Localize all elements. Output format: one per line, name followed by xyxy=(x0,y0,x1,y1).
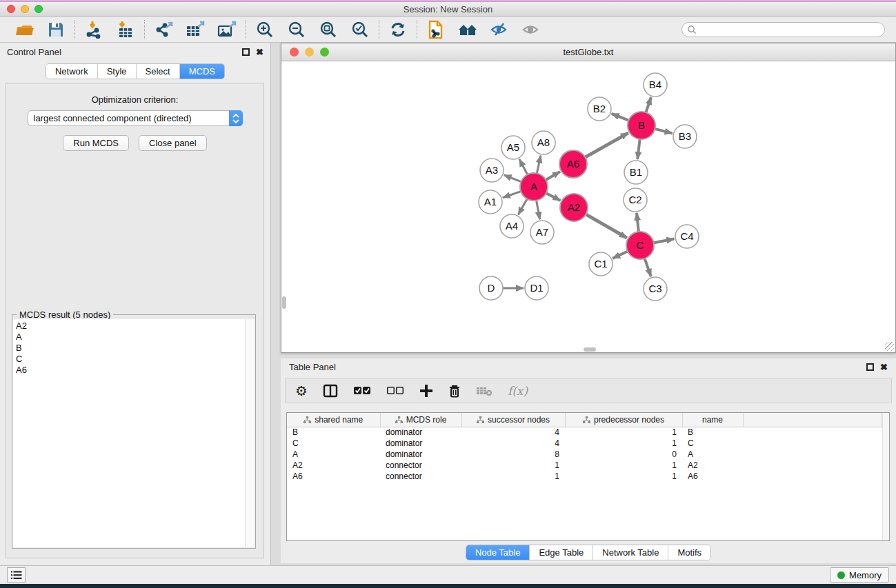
zoom-selected-icon[interactable] xyxy=(350,20,370,39)
table-cell[interactable]: 0 xyxy=(565,449,682,460)
table-cell[interactable]: B xyxy=(287,427,380,438)
edge-A-A5[interactable] xyxy=(519,159,528,174)
table-cell[interactable]: 4 xyxy=(461,438,565,449)
table-row[interactable]: A6connector11A6 xyxy=(287,471,882,482)
node-A[interactable]: A xyxy=(520,173,548,201)
network-horizontal-scrollbar[interactable] xyxy=(584,347,596,352)
edge-A-A3[interactable] xyxy=(504,175,521,182)
edge-A-A6[interactable] xyxy=(546,172,560,180)
node-C4[interactable]: C4 xyxy=(675,225,699,248)
node-C2[interactable]: C2 xyxy=(624,188,647,212)
table-cell[interactable]: A xyxy=(682,449,743,460)
table-row[interactable]: Cdominator41C xyxy=(287,438,882,449)
float-panel-icon[interactable] xyxy=(242,48,250,56)
column-header-mcds-role[interactable]: MCDS role xyxy=(380,413,461,427)
network-vertical-scrollbar[interactable] xyxy=(282,296,286,309)
node-B2[interactable]: B2 xyxy=(588,97,611,121)
column-header-successor-nodes[interactable]: successor nodes xyxy=(461,413,565,427)
deselect-all-columns-icon[interactable] xyxy=(386,386,404,396)
table-cell[interactable]: C xyxy=(287,438,380,449)
edge-A6-B[interactable] xyxy=(585,133,628,157)
export-network-icon[interactable] xyxy=(153,20,174,39)
zoom-fit-icon[interactable] xyxy=(318,20,339,39)
table-cell[interactable]: A6 xyxy=(287,471,380,482)
node-A4[interactable]: A4 xyxy=(500,214,524,238)
tab-network[interactable]: Network xyxy=(46,64,98,79)
table-cell[interactable]: 4 xyxy=(461,427,565,438)
table-cell[interactable]: A xyxy=(287,449,380,460)
new-network-from-selection-icon[interactable] xyxy=(426,20,446,39)
node-D[interactable]: D xyxy=(479,276,503,300)
tab-node-table[interactable]: Node Table xyxy=(466,545,530,560)
node-D1[interactable]: D1 xyxy=(525,276,548,300)
edge-A-A4[interactable] xyxy=(518,199,527,214)
result-scrollbar[interactable] xyxy=(245,319,255,547)
run-mcds-button[interactable]: Run MCDS xyxy=(63,135,129,151)
node-C1[interactable]: C1 xyxy=(589,252,613,276)
task-history-button[interactable] xyxy=(7,567,26,582)
close-table-panel-icon[interactable]: ✖ xyxy=(880,363,888,371)
table-cell[interactable]: 1 xyxy=(565,427,682,438)
table-cell[interactable]: 8 xyxy=(461,449,565,460)
import-table-icon[interactable] xyxy=(115,20,136,39)
table-cell[interactable]: dominator xyxy=(380,427,461,438)
delete-column-icon[interactable] xyxy=(448,384,461,398)
edge-A-A1[interactable] xyxy=(503,192,521,198)
node-A6[interactable]: A6 xyxy=(559,150,587,178)
column-header-predecessor-nodes[interactable]: predecessor nodes xyxy=(565,413,682,427)
edge-B-B2[interactable] xyxy=(612,114,629,121)
tab-select[interactable]: Select xyxy=(137,64,180,79)
first-neighbors-icon[interactable] xyxy=(457,20,478,39)
import-network-icon[interactable] xyxy=(83,20,104,39)
zoom-out-icon[interactable] xyxy=(286,20,307,39)
result-item[interactable]: A6 xyxy=(16,365,245,376)
table-cell[interactable]: 1 xyxy=(461,460,565,471)
edge-A2-C[interactable] xyxy=(586,214,627,238)
table-cell[interactable]: connector xyxy=(380,460,461,471)
save-session-icon[interactable] xyxy=(46,20,66,39)
node-A2[interactable]: A2 xyxy=(560,194,588,221)
resize-grip-icon[interactable] xyxy=(885,342,894,351)
table-cell[interactable]: A2 xyxy=(287,460,380,471)
open-file-icon[interactable] xyxy=(14,20,34,39)
select-all-columns-icon[interactable] xyxy=(353,386,371,396)
edge-B-B1[interactable] xyxy=(637,139,639,159)
edge-C-C4[interactable] xyxy=(654,239,675,243)
edge-A-A2[interactable] xyxy=(546,193,561,201)
tab-style[interactable]: Style xyxy=(98,64,137,79)
result-item[interactable]: B xyxy=(16,343,245,354)
node-C3[interactable]: C3 xyxy=(644,277,667,301)
mcds-result-list[interactable]: A2ABCA6 xyxy=(13,319,245,547)
table-cell[interactable]: A6 xyxy=(682,471,743,482)
column-header-shared-name[interactable]: shared name xyxy=(287,413,380,427)
node-B4[interactable]: B4 xyxy=(644,73,667,97)
close-panel-icon[interactable]: ✖ xyxy=(256,48,263,56)
tab-motifs[interactable]: Motifs xyxy=(668,545,710,560)
table-row[interactable]: A2connector11A2 xyxy=(287,460,882,471)
edge-C-C2[interactable] xyxy=(637,213,639,232)
table-cell[interactable]: 1 xyxy=(565,471,682,482)
result-item[interactable]: A xyxy=(16,332,245,343)
column-header-name[interactable]: name xyxy=(682,413,743,427)
export-image-icon[interactable] xyxy=(217,20,237,39)
zoom-in-icon[interactable] xyxy=(255,20,275,39)
table-cell[interactable]: dominator xyxy=(380,438,461,449)
optimization-criterion-dropdown[interactable]: largest connected component (directed) xyxy=(28,110,243,126)
edge-C-C1[interactable] xyxy=(613,252,628,258)
node-B1[interactable]: B1 xyxy=(624,161,648,184)
network-canvas[interactable]: B4B2BB3A5A8A6A3B1AA1C2A2A4A7C4CC1C3DD1 xyxy=(282,62,895,352)
table-scrollbar[interactable] xyxy=(882,413,889,540)
result-item[interactable]: C xyxy=(16,354,245,365)
edge-B-B3[interactable] xyxy=(655,129,672,133)
export-table-icon[interactable] xyxy=(185,20,206,39)
node-B3[interactable]: B3 xyxy=(673,125,697,148)
edge-A-A8[interactable] xyxy=(537,156,541,174)
table-cell[interactable]: 1 xyxy=(565,460,682,471)
node-A1[interactable]: A1 xyxy=(479,190,502,214)
network-window-titlebar[interactable]: testGlobe.txt xyxy=(281,43,895,61)
node-A3[interactable]: A3 xyxy=(480,159,504,182)
select-columns-icon[interactable] xyxy=(323,384,338,398)
search-field[interactable] xyxy=(681,22,885,37)
edge-C-C3[interactable] xyxy=(645,258,651,276)
table-row[interactable]: Bdominator41B xyxy=(287,427,882,438)
